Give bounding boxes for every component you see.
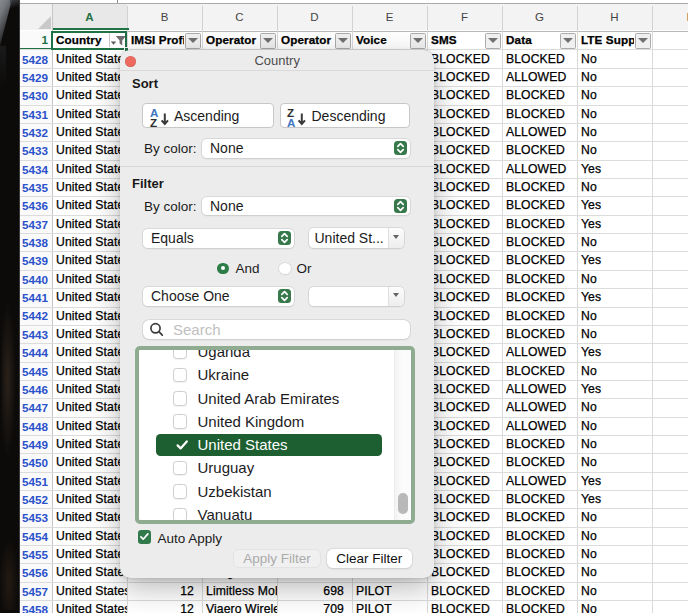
svg-text:Z: Z [150, 116, 157, 128]
svg-text:A: A [287, 116, 296, 128]
